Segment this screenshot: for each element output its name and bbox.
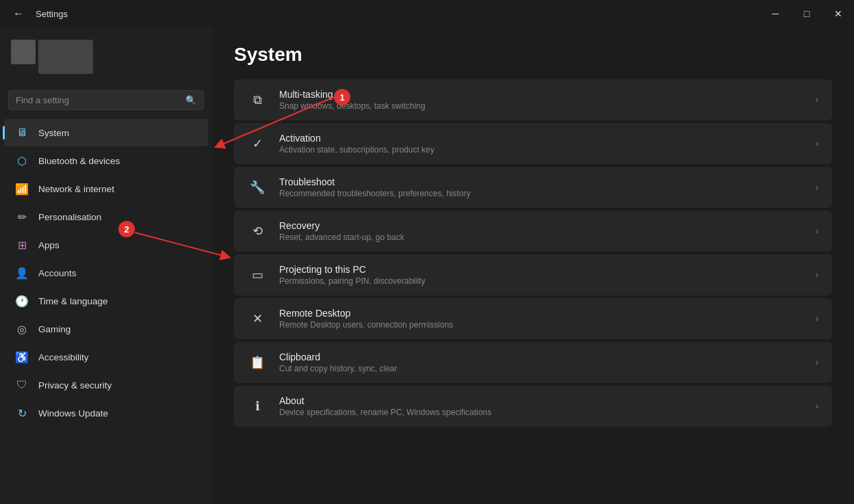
sidebar-label-apps: Apps bbox=[38, 240, 60, 250]
clipboard-chevron: › bbox=[816, 358, 818, 367]
window-controls: ─ □ ✕ bbox=[760, 0, 854, 27]
multitasking-chevron: › bbox=[816, 95, 818, 105]
projecting-title: Projecting to this PC bbox=[279, 264, 803, 275]
clipboard-text: Clipboard Cut and copy history, sync, cl… bbox=[279, 352, 803, 373]
activation-icon: ✓ bbox=[248, 134, 267, 153]
titlebar-left: ← Settings bbox=[8, 3, 68, 24]
sidebar-item-time[interactable]: 🕐 Time & language bbox=[4, 287, 208, 315]
settings-item-activation[interactable]: ✓ Activation Activation state, subscript… bbox=[234, 123, 832, 164]
settings-item-clipboard[interactable]: 📋 Clipboard Cut and copy history, sync, … bbox=[234, 342, 832, 383]
main-content: System ⧉ Multi-tasking Snap windows, des… bbox=[212, 27, 854, 504]
troubleshoot-title: Troubleshoot bbox=[279, 176, 803, 187]
maximize-button[interactable]: □ bbox=[791, 0, 823, 27]
activation-title: Activation bbox=[279, 133, 803, 144]
close-button[interactable]: ✕ bbox=[823, 0, 854, 27]
multitasking-text: Multi-tasking Snap windows, desktops, ta… bbox=[279, 89, 803, 111]
troubleshoot-icon: 🔧 bbox=[248, 178, 267, 197]
settings-item-troubleshoot[interactable]: 🔧 Troubleshoot Recommended troubleshoote… bbox=[234, 167, 832, 208]
system-icon: 🖥 bbox=[15, 126, 29, 140]
remote-icon: ✕ bbox=[248, 309, 267, 328]
recovery-title: Recovery bbox=[279, 220, 803, 231]
sidebar-item-system[interactable]: 🖥 System bbox=[4, 119, 208, 146]
settings-item-about[interactable]: ℹ About Device specifications, rename PC… bbox=[234, 386, 832, 427]
remote-text: Remote Desktop Remote Desktop users, con… bbox=[279, 308, 803, 330]
remote-desc: Remote Desktop users, connection permiss… bbox=[279, 320, 803, 330]
troubleshoot-desc: Recommended troubleshooters, preferences… bbox=[279, 189, 803, 198]
about-desc: Device specifications, rename PC, Window… bbox=[279, 408, 803, 417]
activation-text: Activation Activation state, subscriptio… bbox=[279, 133, 803, 155]
gaming-icon: ◎ bbox=[15, 322, 29, 336]
minimize-button[interactable]: ─ bbox=[760, 0, 791, 27]
about-icon: ℹ bbox=[248, 397, 267, 416]
sidebar-item-apps[interactable]: ⊞ Apps bbox=[4, 231, 208, 258]
sidebar-item-network[interactable]: 📶 Network & internet bbox=[4, 175, 208, 202]
clipboard-title: Clipboard bbox=[279, 352, 803, 362]
projecting-text: Projecting to this PC Permissions, pairi… bbox=[279, 264, 803, 286]
sidebar-item-accounts[interactable]: 👤 Accounts bbox=[4, 259, 208, 287]
sidebar-label-gaming: Gaming bbox=[38, 324, 70, 334]
recovery-text: Recovery Reset, advanced start-up, go ba… bbox=[279, 220, 803, 242]
remote-chevron: › bbox=[816, 314, 818, 323]
projecting-chevron: › bbox=[816, 270, 818, 280]
sidebar-label-bluetooth: Bluetooth & devices bbox=[38, 156, 120, 166]
sidebar-label-network: Network & internet bbox=[38, 184, 114, 194]
sidebar-label-time: Time & language bbox=[38, 296, 108, 306]
page-title: System bbox=[234, 44, 832, 66]
sidebar-item-personalisation[interactable]: ✏ Personalisation bbox=[4, 203, 208, 230]
sidebar: 🔍 🖥 System ⬡ Bluetooth & devices 📶 Netwo… bbox=[0, 27, 212, 504]
app-body: 🔍 🖥 System ⬡ Bluetooth & devices 📶 Netwo… bbox=[0, 27, 854, 504]
clipboard-icon: 📋 bbox=[248, 353, 267, 372]
about-text: About Device specifications, rename PC, … bbox=[279, 395, 803, 417]
avatar-large bbox=[38, 40, 93, 74]
sidebar-item-gaming[interactable]: ◎ Gaming bbox=[4, 315, 208, 343]
sidebar-label-accounts: Accounts bbox=[38, 268, 77, 278]
settings-item-remote[interactable]: ✕ Remote Desktop Remote Desktop users, c… bbox=[234, 298, 832, 339]
personalisation-icon: ✏ bbox=[15, 210, 29, 224]
sidebar-label-personalisation: Personalisation bbox=[38, 212, 101, 222]
projecting-desc: Permissions, pairing PIN, discoverabilit… bbox=[279, 276, 803, 286]
about-chevron: › bbox=[816, 401, 818, 411]
settings-item-multitasking[interactable]: ⧉ Multi-tasking Snap windows, desktops, … bbox=[234, 79, 832, 120]
recovery-desc: Reset, advanced start-up, go back bbox=[279, 233, 803, 242]
bluetooth-icon: ⬡ bbox=[15, 154, 29, 168]
search-box: 🔍 bbox=[8, 90, 204, 110]
clipboard-desc: Cut and copy history, sync, clear bbox=[279, 364, 803, 373]
sidebar-item-bluetooth[interactable]: ⬡ Bluetooth & devices bbox=[4, 147, 208, 174]
activation-desc: Activation state, subscriptions, product… bbox=[279, 145, 803, 155]
update-icon: ↻ bbox=[15, 406, 29, 420]
back-button[interactable]: ← bbox=[8, 3, 29, 24]
sidebar-label-update: Windows Update bbox=[38, 408, 108, 419]
titlebar: ← Settings ─ □ ✕ bbox=[0, 0, 854, 27]
sidebar-label-privacy: Privacy & security bbox=[38, 380, 112, 390]
remote-title: Remote Desktop bbox=[279, 308, 803, 319]
activation-chevron: › bbox=[816, 139, 818, 148]
accessibility-icon: ♿ bbox=[15, 350, 29, 364]
app-title: Settings bbox=[36, 9, 68, 19]
troubleshoot-text: Troubleshoot Recommended troubleshooters… bbox=[279, 176, 803, 198]
time-icon: 🕐 bbox=[15, 294, 29, 308]
settings-item-projecting[interactable]: ▭ Projecting to this PC Permissions, pai… bbox=[234, 254, 832, 295]
search-input[interactable] bbox=[16, 95, 180, 105]
sidebar-label-system: System bbox=[38, 128, 69, 138]
avatar-container bbox=[11, 40, 93, 74]
recovery-chevron: › bbox=[816, 226, 818, 236]
avatar-small bbox=[11, 40, 36, 64]
search-container: 🔍 bbox=[0, 85, 212, 118]
multitasking-title: Multi-tasking bbox=[279, 89, 803, 100]
apps-icon: ⊞ bbox=[15, 238, 29, 252]
sidebar-item-privacy[interactable]: 🛡 Privacy & security bbox=[4, 371, 208, 399]
multitasking-icon: ⧉ bbox=[248, 90, 267, 109]
multitasking-desc: Snap windows, desktops, task switching bbox=[279, 101, 803, 111]
nav-list: 🖥 System ⬡ Bluetooth & devices 📶 Network… bbox=[0, 118, 212, 427]
network-icon: 📶 bbox=[15, 182, 29, 196]
settings-list: ⧉ Multi-tasking Snap windows, desktops, … bbox=[234, 79, 832, 427]
sidebar-item-accessibility[interactable]: ♿ Accessibility bbox=[4, 343, 208, 371]
search-icon: 🔍 bbox=[185, 95, 196, 105]
privacy-icon: 🛡 bbox=[15, 378, 29, 392]
settings-item-recovery[interactable]: ⟲ Recovery Reset, advanced start-up, go … bbox=[234, 211, 832, 252]
sidebar-label-accessibility: Accessibility bbox=[38, 352, 89, 362]
troubleshoot-chevron: › bbox=[816, 183, 818, 192]
sidebar-item-update[interactable]: ↻ Windows Update bbox=[4, 399, 208, 427]
recovery-icon: ⟲ bbox=[248, 222, 267, 241]
profile-section bbox=[0, 33, 212, 85]
